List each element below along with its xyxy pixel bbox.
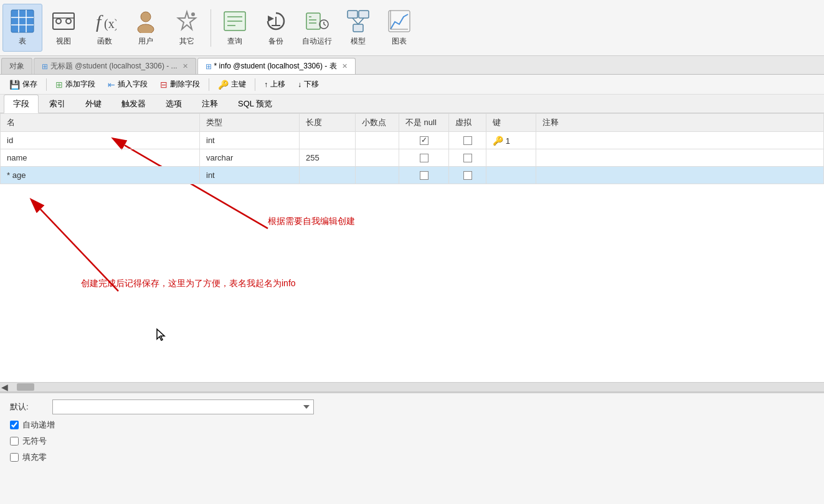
cell-key-name[interactable]: [486, 149, 536, 167]
cell-length-age[interactable]: [300, 167, 356, 184]
tab-close-info[interactable]: ✕: [342, 62, 348, 70]
toolbar-user[interactable]: 用户: [126, 4, 166, 52]
toolbar-user-label: 用户: [138, 36, 153, 47]
cell-notnull-age[interactable]: [399, 167, 449, 184]
toolbar-model[interactable]: 模型: [338, 4, 378, 52]
cell-name-name[interactable]: name: [1, 149, 200, 167]
subtab-triggers-label: 触发器: [121, 99, 146, 108]
toolbar-backup[interactable]: 备份: [256, 4, 296, 52]
cell-virtual-id[interactable]: [449, 132, 486, 149]
query-icon: [222, 9, 247, 34]
divider1: [46, 78, 47, 91]
col-decimal: 小数点: [356, 114, 399, 132]
cell-type-age[interactable]: int: [200, 167, 300, 184]
tab-object[interactable]: 对象: [1, 58, 32, 74]
content-body: 名 类型 长度 小数点 不是 null 虚拟 键 注释: [0, 113, 824, 392]
insert-field-button[interactable]: ⇤ 插入字段: [102, 77, 153, 92]
table-header-row: 名 类型 长度 小数点 不是 null 虚拟 键 注释: [1, 114, 824, 132]
unsigned-checkbox[interactable]: [10, 437, 19, 446]
default-select[interactable]: [52, 399, 314, 414]
col-length: 长度: [300, 114, 356, 132]
svg-text:(x): (x): [104, 17, 116, 31]
svg-rect-26: [359, 11, 369, 18]
scroll-thumb[interactable]: [17, 383, 34, 391]
function-icon: f (x): [92, 9, 117, 34]
cell-notnull-id[interactable]: [399, 132, 449, 149]
save-button[interactable]: 💾 保存: [4, 77, 43, 92]
move-up-button[interactable]: ↑ 上移: [258, 77, 291, 92]
default-label: 默认:: [10, 401, 47, 413]
table-row[interactable]: id int 🔑: [1, 132, 824, 149]
cell-comment-id[interactable]: [536, 132, 824, 149]
subtab-foreign-keys[interactable]: 外键: [76, 95, 111, 113]
cell-type-name[interactable]: varchar: [200, 149, 300, 167]
add-field-label: 添加字段: [65, 79, 95, 90]
add-field-button[interactable]: ⊞ 添加字段: [50, 77, 101, 92]
subtab-fields[interactable]: 字段: [4, 95, 39, 113]
cell-length-name[interactable]: 255: [300, 149, 356, 167]
svg-line-36: [40, 209, 118, 291]
toolbar-function[interactable]: f (x) 函数: [85, 4, 125, 52]
cell-virtual-age[interactable]: [449, 167, 486, 184]
zerofill-checkbox[interactable]: [10, 453, 19, 462]
delete-field-button[interactable]: ⊟ 删除字段: [154, 77, 206, 92]
cell-name-age[interactable]: * age: [1, 167, 200, 184]
insert-field-label: 插入字段: [118, 79, 148, 90]
scroll-left-btn[interactable]: ◀: [1, 382, 8, 392]
cell-type-id[interactable]: int: [200, 132, 300, 149]
checkbox-virtual-name[interactable]: [463, 154, 472, 162]
cell-decimal-age[interactable]: [356, 167, 399, 184]
toolbar-table[interactable]: 表: [2, 4, 42, 52]
toolbar-autorun[interactable]: 自动运行: [297, 4, 337, 52]
toolbar-other[interactable]: 其它: [167, 4, 207, 52]
checkbox-notnull-age[interactable]: [420, 171, 429, 180]
toolbar-backup-label: 备份: [268, 36, 283, 47]
cell-key-id[interactable]: 🔑 1: [486, 132, 536, 149]
toolbar-table-label: 表: [19, 36, 26, 47]
cell-length-id[interactable]: [300, 132, 356, 149]
subtab-options[interactable]: 选项: [156, 95, 191, 113]
toolbar-view[interactable]: 视图: [44, 4, 83, 52]
cell-comment-name[interactable]: [536, 149, 824, 167]
auto-increment-checkbox[interactable]: [10, 421, 19, 429]
other-icon: [174, 9, 199, 34]
key-value-id: 1: [506, 136, 510, 146]
cell-name-id[interactable]: id: [1, 132, 200, 149]
cell-decimal-name[interactable]: [356, 149, 399, 167]
subtab-indexes[interactable]: 索引: [40, 95, 75, 113]
main-toolbar: 表 视图 f (x) 函数: [0, 0, 824, 56]
cell-decimal-id[interactable]: [356, 132, 399, 149]
table-row[interactable]: name varchar 255: [1, 149, 824, 167]
subtab-fields-label: 字段: [13, 99, 29, 108]
subtab-comments[interactable]: 注释: [192, 95, 227, 113]
col-comment: 注释: [536, 114, 824, 132]
checkbox-notnull-name[interactable]: [420, 154, 429, 162]
table-container: 名 类型 长度 小数点 不是 null 虚拟 键 注释: [0, 113, 824, 184]
save-icon: 💾: [9, 80, 20, 90]
toolbar-chart[interactable]: 图表: [379, 4, 419, 52]
autorun-icon: [305, 9, 329, 34]
svg-line-24: [324, 24, 326, 26]
subtab-foreign-keys-label: 外键: [85, 99, 102, 108]
move-down-button[interactable]: ↓ 下移: [292, 77, 324, 92]
svg-marker-18: [268, 16, 274, 22]
toolbar-query[interactable]: 查询: [215, 4, 255, 52]
subtab-sql-preview[interactable]: SQL 预览: [229, 95, 282, 113]
tab-untitled[interactable]: ⊞ 无标题 @student (localhost_3306) - ... ✕: [34, 58, 196, 74]
divider2: [209, 78, 209, 91]
checkbox-virtual-id[interactable]: [463, 136, 472, 145]
subtab-triggers[interactable]: 触发器: [112, 95, 155, 113]
col-name: 名: [1, 114, 200, 132]
cell-virtual-name[interactable]: [449, 149, 486, 167]
checkbox-notnull-id[interactable]: [420, 136, 429, 145]
bottom-scrollbar[interactable]: ◀: [0, 382, 824, 392]
tab-close-untitled[interactable]: ✕: [182, 62, 188, 70]
checkbox-virtual-age[interactable]: [463, 171, 472, 180]
cell-comment-age[interactable]: [536, 167, 824, 184]
primary-key-button[interactable]: 🔑 主键: [212, 77, 252, 92]
cell-notnull-name[interactable]: [399, 149, 449, 167]
tab-info[interactable]: ⊞ * info @student (localhost_3306) - 表 ✕: [197, 58, 356, 74]
cell-key-age[interactable]: [486, 167, 536, 184]
table-row[interactable]: * age int: [1, 167, 824, 184]
subtab-options-label: 选项: [166, 99, 182, 108]
